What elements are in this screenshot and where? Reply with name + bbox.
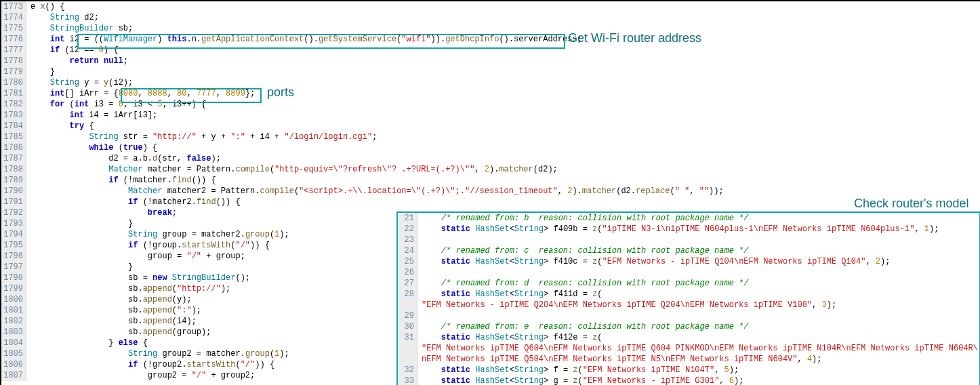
line-number: 1790 xyxy=(1,186,26,197)
line-number: 1801 xyxy=(1,305,26,316)
line-number: 1773 xyxy=(1,1,26,12)
code-line: 1785 String str = "http://" + y + ":" + … xyxy=(1,131,980,142)
line-number: 1774 xyxy=(1,12,26,23)
code-line: 1790 Matcher matcher2 = Pattern.compile(… xyxy=(1,186,980,197)
code-content xyxy=(417,235,426,245)
code-line: 32 static HashSet<String> f = z("EFM Net… xyxy=(398,365,979,376)
code-content: group2 = "/" + group2; xyxy=(26,370,255,381)
line-number xyxy=(398,354,417,365)
line-number: 1780 xyxy=(1,77,26,88)
code-line: 1787 d2 = a.b.d(str, false); xyxy=(1,153,980,164)
code-content: Matcher matcher = Pattern.compile("http-… xyxy=(26,164,558,175)
line-number: 24 xyxy=(398,245,417,256)
code-content: /* renamed from: b reason: collision wit… xyxy=(417,213,749,224)
code-content: } xyxy=(26,218,133,229)
line-number: 1794 xyxy=(1,229,26,240)
line-number: 1795 xyxy=(1,240,26,251)
line-number: 32 xyxy=(398,365,417,376)
line-number: 1783 xyxy=(1,110,26,121)
code-line: 27 /* renamed from: d reason: collision … xyxy=(398,278,979,289)
code-line: 1773e x() { xyxy=(1,1,980,12)
code-content: static HashSet<String> f410c = z("EFM Ne… xyxy=(417,256,890,267)
code-content: } else { xyxy=(26,338,148,348)
line-number: 28 xyxy=(398,289,417,300)
line-number: 1796 xyxy=(1,251,26,262)
code-content: sb.append(y); xyxy=(26,294,192,305)
code-content: sb.append("http://"); xyxy=(26,283,230,294)
code-content: int[] iArr = {8080, 8888, 80, 7777, 8899… xyxy=(26,88,255,99)
line-number: 1787 xyxy=(1,153,26,164)
code-content: d2 = a.b.d(str, false); xyxy=(26,153,221,164)
code-content: nEFM Networks ipTIME Q504\nEFM Networks … xyxy=(417,354,822,365)
code-content: try { xyxy=(26,121,94,131)
line-number: 1781 xyxy=(1,88,26,99)
code-line: "EFM Networks - ipTIME Q204\nEFM Network… xyxy=(398,300,979,310)
code-content: "EFM Networks ipTIME Q604\nEFM Networks … xyxy=(417,343,978,354)
line-number: 1798 xyxy=(1,272,26,283)
line-number xyxy=(398,343,417,354)
code-content: String group2 = matcher.group(1); xyxy=(26,348,289,359)
code-content: String str = "http://" + y + ":" + i4 + … xyxy=(26,131,377,142)
code-content: sb.append(i4); xyxy=(26,316,197,327)
code-content: sb = new StringBuilder(); xyxy=(26,272,250,283)
code-content xyxy=(417,310,426,321)
line-number: 25 xyxy=(398,256,417,267)
code-line: 1791 if (!matcher2.find()) { xyxy=(1,197,980,207)
code-line: nEFM Networks ipTIME Q504\nEFM Networks … xyxy=(398,354,979,365)
code-content: String d2; xyxy=(26,12,99,23)
code-content: for (int i3 = 0; i3 < 5; i3++) { xyxy=(26,99,206,110)
code-line: 21 /* renamed from: b reason: collision … xyxy=(398,213,979,224)
line-number: 1793 xyxy=(1,218,26,229)
code-content: static HashSet<String> f409b = z("ipTIME… xyxy=(417,224,939,235)
line-number: 1802 xyxy=(1,316,26,327)
code-content: /* renamed from: c reason: collision wit… xyxy=(417,245,749,256)
line-number: 1777 xyxy=(1,45,26,56)
code-content: Matcher matcher2 = Pattern.compile("<scr… xyxy=(26,186,724,197)
code-line: 1776 int i2 = ((WifiManager) this.n.getA… xyxy=(1,34,980,45)
code-line: 1778 return null; xyxy=(1,56,980,66)
code-content xyxy=(417,267,426,278)
code-line: 1775 StringBuilder sb; xyxy=(1,23,980,34)
code-line: 1777 if (i2 == 0) { xyxy=(1,45,980,56)
code-line: 1788 Matcher matcher = Pattern.compile("… xyxy=(1,164,980,175)
line-number: 1804 xyxy=(1,338,26,348)
code-content: /* renamed from: d reason: collision wit… xyxy=(417,278,749,289)
line-number: 31 xyxy=(398,332,417,343)
code-line: 23 xyxy=(398,235,979,245)
code-line: 1784 try { xyxy=(1,121,980,131)
code-content: String y = y(i2); xyxy=(26,77,133,88)
code-content: if (!matcher.find()) { xyxy=(26,175,216,186)
code-content: if (!matcher2.find()) { xyxy=(26,197,241,207)
line-number: 1786 xyxy=(1,142,26,153)
code-content: while (true) { xyxy=(26,142,157,153)
line-number: 1785 xyxy=(1,131,26,142)
line-number: 1805 xyxy=(1,348,26,359)
line-number: 1797 xyxy=(1,262,26,272)
line-number: 1806 xyxy=(1,359,26,370)
code-content: int i4 = iArr[i3]; xyxy=(26,110,157,121)
code-line: 24 /* renamed from: c reason: collision … xyxy=(398,245,979,256)
code-content: group = "/" + group; xyxy=(26,251,245,262)
line-number: 21 xyxy=(398,213,417,224)
code-content: static HashSet<String> g = z("EFM Networ… xyxy=(417,376,743,385)
code-line: "EFM Networks ipTIME Q604\nEFM Networks … xyxy=(398,343,979,354)
line-number: 1776 xyxy=(1,34,26,45)
code-line: 26 xyxy=(398,267,979,278)
line-number xyxy=(398,300,417,310)
code-content: if (i2 == 0) { xyxy=(26,45,119,56)
code-content: static HashSet<String> f = z("EFM Networ… xyxy=(417,365,739,376)
code-content: static HashSet<String> f412e = z( xyxy=(417,332,603,343)
code-line: 31 static HashSet<String> f412e = z( xyxy=(398,332,979,343)
line-number: 33 xyxy=(398,376,417,385)
line-number: 1803 xyxy=(1,327,26,338)
line-number: 1788 xyxy=(1,164,26,175)
line-number: 1799 xyxy=(1,283,26,294)
code-line: 1780 String y = y(i2); xyxy=(1,77,980,88)
code-line: 1782 for (int i3 = 0; i3 < 5; i3++) { xyxy=(1,99,980,110)
code-content: break; xyxy=(26,207,177,218)
code-line: 33 static HashSet<String> g = z("EFM Net… xyxy=(398,376,979,385)
line-number: 1792 xyxy=(1,207,26,218)
right-code-pane: 21 /* renamed from: b reason: collision … xyxy=(396,211,980,385)
line-number: 1800 xyxy=(1,294,26,305)
line-number: 23 xyxy=(398,235,417,245)
